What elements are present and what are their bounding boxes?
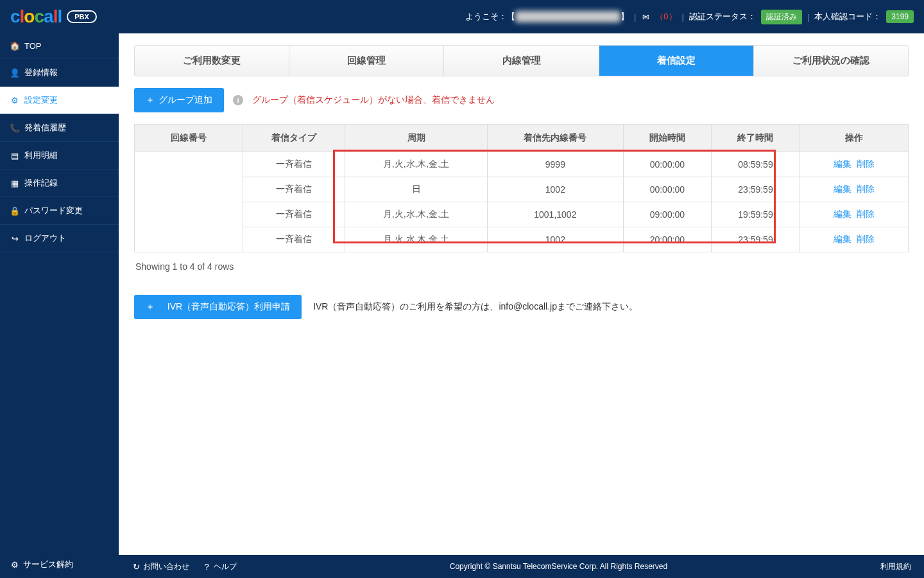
header: clocall PBX ようこそ：【 】 | ✉ （0） | 認証ステータス： … [0, 0, 924, 33]
schedule-table: 回線番号 着信タイプ 周期 着信先内線番号 開始時間 終了時間 操作 一斉着信月… [134, 124, 909, 252]
button-label: IVR（音声自動応答）利用申請 [167, 301, 290, 313]
tab-extension-manage[interactable]: 内線管理 [444, 46, 599, 76]
auth-status-badge: 認証済み [761, 10, 802, 24]
cell-type: 一斉着信 [243, 177, 345, 202]
th-type: 着信タイプ [243, 125, 345, 152]
th-action: 操作 [800, 125, 908, 152]
table-row: 一斉着信月,火,水,木,金,土999900:00:0008:59:59編集削除 [135, 152, 909, 177]
phone-icon: 📞 [10, 123, 19, 132]
logout-icon: ↪ [10, 234, 19, 243]
identity-code-badge: 3199 [886, 10, 914, 23]
edit-link[interactable]: 編集 [834, 234, 851, 244]
add-group-button[interactable]: ＋グループ追加 [134, 88, 224, 112]
th-cycle: 周期 [345, 125, 487, 152]
link-label: お問い合わせ [143, 561, 189, 572]
edit-link[interactable]: 編集 [834, 209, 851, 219]
tabs: ご利用数変更 回線管理 内線管理 着信設定 ご利用状況の確認 [134, 45, 909, 76]
table-row: 一斉着信月,火,水,木,金,土1001,100209:00:0019:59:59… [135, 202, 909, 227]
logo[interactable]: clocall PBX [10, 6, 97, 27]
cell-start: 00:00:00 [623, 152, 712, 177]
nav-operation-log[interactable]: ▦操作記録 [0, 170, 119, 197]
cell-cycle: 月,火,水,木,金,土 [345, 152, 487, 177]
doc-icon: ▦ [10, 179, 19, 188]
ivr-info-text: IVR（音声自動応答）のご利用を希望の方は、info@clocall.jpまでご… [313, 301, 638, 313]
user-icon: 👤 [10, 68, 19, 77]
sidebar: 🏠TOP 👤登録情報 ⚙設定変更 📞発着信履歴 ▤利用明細 ▦操作記録 🔒パスワ… [0, 33, 119, 578]
nav-label: サービス解約 [23, 559, 73, 570]
identity-label: 本人確認コード： [814, 11, 881, 22]
nav-settings-change[interactable]: ⚙設定変更 [0, 87, 119, 114]
nav-label: 発着信履歴 [24, 122, 66, 134]
cell-end: 23:59:59 [712, 227, 800, 252]
delete-link[interactable]: 削除 [857, 159, 875, 169]
cell-end: 19:59:59 [712, 202, 800, 227]
mail-icon[interactable]: ✉ [641, 12, 650, 21]
cell-cycle: 月,火,水,木,金,土 [345, 202, 487, 227]
footer-terms-link[interactable]: 利用規約 [880, 561, 911, 572]
help-icon: ? [202, 562, 211, 571]
tab-line-manage[interactable]: 回線管理 [289, 46, 444, 76]
nav-label: 設定変更 [24, 94, 58, 106]
cell-end: 23:59:59 [712, 177, 800, 202]
cell-type: 一斉着信 [243, 202, 345, 227]
nav-label: 操作記録 [24, 177, 58, 189]
delete-link[interactable]: 削除 [857, 209, 875, 219]
footer-contact-link[interactable]: ↻お問い合わせ [132, 561, 189, 572]
list-icon: ▤ [10, 151, 19, 160]
pager-text: Showing 1 to 4 of 4 rows [135, 261, 907, 272]
plus-icon: ＋ [146, 94, 155, 106]
nav-label: 利用明細 [24, 150, 58, 161]
cell-start: 20:00:00 [623, 227, 712, 252]
nav-label: パスワード変更 [24, 205, 83, 216]
tab-incoming-settings[interactable]: 着信設定 [599, 46, 754, 76]
delete-link[interactable]: 削除 [857, 184, 875, 194]
cell-actions: 編集削除 [800, 177, 908, 202]
cell-ext: 1002 [488, 227, 624, 252]
table-row: 一斉着信日100200:00:0023:59:59編集削除 [135, 177, 909, 202]
footer-help-link[interactable]: ?ヘルプ [202, 561, 237, 572]
cell-actions: 編集削除 [800, 152, 908, 177]
edit-link[interactable]: 編集 [834, 184, 851, 194]
cell-ext: 1001,1002 [488, 202, 624, 227]
tab-usage-status[interactable]: ご利用状況の確認 [754, 46, 908, 76]
nav-password-change[interactable]: 🔒パスワード変更 [0, 197, 119, 225]
nav-label: TOP [24, 41, 42, 51]
home-icon: 🏠 [10, 42, 19, 51]
cell-cycle: 日 [345, 177, 487, 202]
table-row: 一斉着信月,火,水,木,金,土100220:00:0023:59:59編集削除 [135, 227, 909, 252]
auth-status-label: 認証ステータス： [689, 11, 756, 22]
nav-usage-detail[interactable]: ▤利用明細 [0, 142, 119, 170]
button-label: グループ追加 [158, 94, 212, 106]
lock-icon: 🔒 [10, 206, 19, 215]
pbx-badge: PBX [67, 10, 97, 23]
footer-copyright: Copyright © Sanntsu TelecomService Corp.… [237, 562, 880, 571]
cell-cycle: 月,火,水,木,金,土 [345, 227, 487, 252]
gear-icon: ⚙ [10, 96, 19, 105]
nav-logout[interactable]: ↪ログアウト [0, 225, 119, 252]
th-start: 開始時間 [623, 125, 712, 152]
cell-line-number [135, 152, 243, 252]
cell-actions: 編集削除 [800, 227, 908, 252]
nav-register-info[interactable]: 👤登録情報 [0, 59, 119, 87]
welcome-label: ようこそ：【 】 [465, 11, 629, 22]
cell-start: 09:00:00 [623, 202, 712, 227]
refresh-icon: ↻ [132, 562, 141, 571]
th-end: 終了時間 [712, 125, 800, 152]
link-label: ヘルプ [214, 561, 237, 572]
nav-service-cancel[interactable]: ⚙サービス解約 [0, 551, 119, 578]
th-ext: 着信先内線番号 [488, 125, 624, 152]
mail-count[interactable]: （0） [655, 11, 676, 22]
th-line: 回線番号 [135, 125, 243, 152]
delete-link[interactable]: 削除 [857, 234, 875, 244]
cell-type: 一斉着信 [243, 227, 345, 252]
cell-actions: 編集削除 [800, 202, 908, 227]
tab-usage-change[interactable]: ご利用数変更 [135, 46, 289, 76]
info-icon: i [233, 95, 243, 105]
cell-ext: 1002 [488, 177, 624, 202]
cell-type: 一斉着信 [243, 152, 345, 177]
edit-link[interactable]: 編集 [834, 159, 851, 169]
ivr-apply-button[interactable]: ＋ IVR（音声自動応答）利用申請 [134, 295, 302, 319]
nav-call-history[interactable]: 📞発着信履歴 [0, 114, 119, 142]
nav-top[interactable]: 🏠TOP [0, 33, 119, 59]
gear-out-icon: ⚙ [10, 560, 19, 569]
